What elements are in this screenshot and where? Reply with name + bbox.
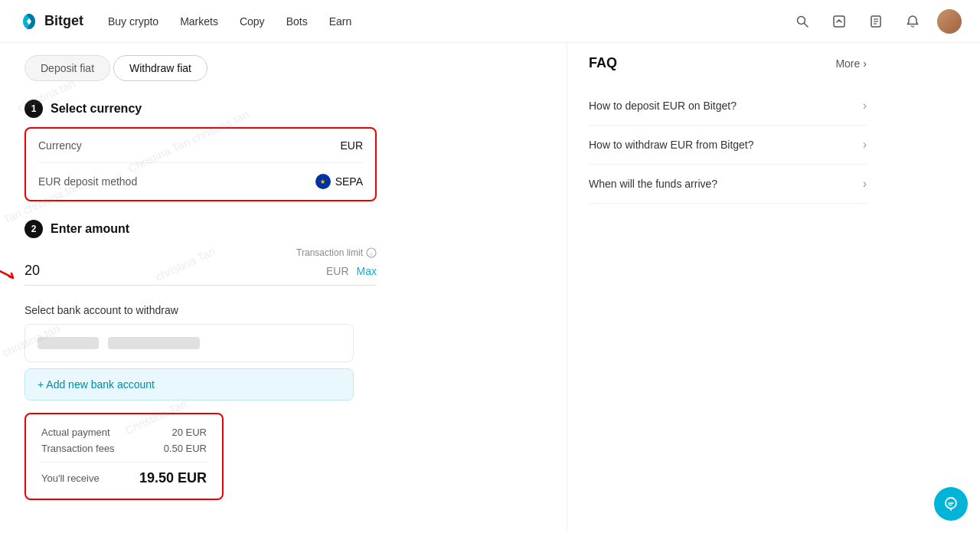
currency-label: Currency xyxy=(38,139,82,152)
history-icon[interactable] xyxy=(864,9,888,34)
left-content: christina.tan Christina Tan christina.ta… xyxy=(0,43,567,533)
faq-item-2[interactable]: When will the funds arrive? › xyxy=(589,165,867,204)
receive-value: 19.50 EUR xyxy=(139,470,207,486)
main-layout: christina.tan Christina Tan christina.ta… xyxy=(0,43,980,533)
sepa-badge: ★ SEPA xyxy=(315,174,363,189)
actual-payment-value: 20 EUR xyxy=(172,427,207,438)
tab-deposit-fiat[interactable]: Deposit fiat xyxy=(24,55,110,81)
sepa-star: ★ xyxy=(320,178,325,185)
faq-item-2-text: When will the funds arrive? xyxy=(589,178,717,190)
step-2-number: 2 xyxy=(24,220,43,238)
sepa-icon: ★ xyxy=(315,174,331,189)
navbar-actions xyxy=(790,9,962,34)
method-label: EUR deposit method xyxy=(38,175,137,188)
transfer-icon[interactable] xyxy=(827,9,851,34)
faq-chevron-0: › xyxy=(863,99,867,113)
faq-chevron-1: › xyxy=(863,138,867,152)
step-1-number: 1 xyxy=(24,100,43,118)
currency-row: Currency EUR xyxy=(38,129,363,163)
tx-limit-label: Transaction limit xyxy=(296,247,363,258)
currency-box[interactable]: Currency EUR EUR deposit method ★ SEPA xyxy=(24,127,377,201)
faq-item-1-text: How to withdraw EUR from Bitget? xyxy=(589,139,754,151)
right-panel: FAQ More › How to deposit EUR on Bitget?… xyxy=(567,43,888,533)
fees-label: Transaction fees xyxy=(41,443,115,454)
summary-divider xyxy=(41,462,207,463)
fiat-tabs: Deposit fiat Withdraw fiat xyxy=(24,55,542,81)
amount-section: Transaction limit i 20 EUR Max xyxy=(24,247,377,286)
actual-payment-label: Actual payment xyxy=(41,427,110,438)
faq-item-1[interactable]: How to withdraw EUR from Bitget? › xyxy=(589,126,867,165)
amount-input-row[interactable]: 20 EUR Max xyxy=(24,263,377,286)
step-1-header: 1 Select currency xyxy=(24,100,542,118)
nav-links: Buy crypto Markets Copy Bots Earn xyxy=(108,12,351,31)
actual-payment-row: Actual payment 20 EUR xyxy=(41,427,207,438)
bank-section: Select bank account to withdraw + Add ne… xyxy=(24,304,542,401)
bank-placeholder xyxy=(38,337,341,349)
step-2-title: Enter amount xyxy=(51,222,129,236)
svg-line-1 xyxy=(805,23,808,27)
nav-markets[interactable]: Markets xyxy=(180,12,218,31)
faq-item-0[interactable]: How to deposit EUR on Bitget? › xyxy=(589,87,867,126)
faq-more-button[interactable]: More › xyxy=(835,57,867,70)
add-bank-button[interactable]: + Add new bank account xyxy=(24,368,354,401)
fees-row: Transaction fees 0.50 EUR xyxy=(41,443,207,454)
step-2-header: 2 Enter amount xyxy=(24,220,542,238)
fees-value: 0.50 EUR xyxy=(164,443,207,454)
receive-row: You'll receive 19.50 EUR xyxy=(41,470,207,486)
nav-copy[interactable]: Copy xyxy=(240,12,265,31)
navbar: Bitget Buy crypto Markets Copy Bots Earn xyxy=(0,0,980,43)
avatar[interactable] xyxy=(937,9,962,34)
amount-currency: EUR xyxy=(326,265,349,277)
method-value: SEPA xyxy=(335,175,363,188)
search-icon[interactable] xyxy=(790,9,815,34)
faq-item-0-text: How to deposit EUR on Bitget? xyxy=(589,100,737,112)
step-2: 2 Enter amount Transaction limit i 20 EU… xyxy=(24,220,542,286)
tx-limit-row: Transaction limit i xyxy=(24,247,377,258)
bank-account-box[interactable] xyxy=(24,324,354,362)
nav-bots[interactable]: Bots xyxy=(286,12,308,31)
max-button[interactable]: Max xyxy=(357,265,377,277)
support-chat-button[interactable] xyxy=(934,487,968,521)
faq-title: FAQ xyxy=(589,55,617,71)
currency-value: EUR xyxy=(340,139,363,152)
bank-placeholder-block-1 xyxy=(38,337,99,349)
bank-section-title: Select bank account to withdraw xyxy=(24,304,542,316)
nav-buy-crypto[interactable]: Buy crypto xyxy=(108,12,158,31)
amount-value: 20 xyxy=(24,263,326,279)
faq-header: FAQ More › xyxy=(589,55,867,71)
deposit-method-row: EUR deposit method ★ SEPA xyxy=(38,163,363,200)
chevron-right-icon: › xyxy=(863,57,867,70)
svg-text:i: i xyxy=(371,250,372,257)
bank-placeholder-block-2 xyxy=(108,337,200,349)
tab-withdraw-fiat[interactable]: Withdraw fiat xyxy=(113,55,207,81)
nav-earn[interactable]: Earn xyxy=(329,12,352,31)
info-icon: i xyxy=(366,247,377,258)
step-1-title: Select currency xyxy=(51,102,142,116)
svg-rect-2 xyxy=(834,16,844,27)
receive-label: You'll receive xyxy=(41,473,100,484)
notification-icon[interactable] xyxy=(900,9,925,34)
brand-logo[interactable]: Bitget xyxy=(18,11,83,32)
faq-chevron-2: › xyxy=(863,177,867,191)
payment-summary: Actual payment 20 EUR Transaction fees 0… xyxy=(24,413,224,500)
step-1: 1 Select currency Currency EUR EUR depos… xyxy=(24,100,542,201)
